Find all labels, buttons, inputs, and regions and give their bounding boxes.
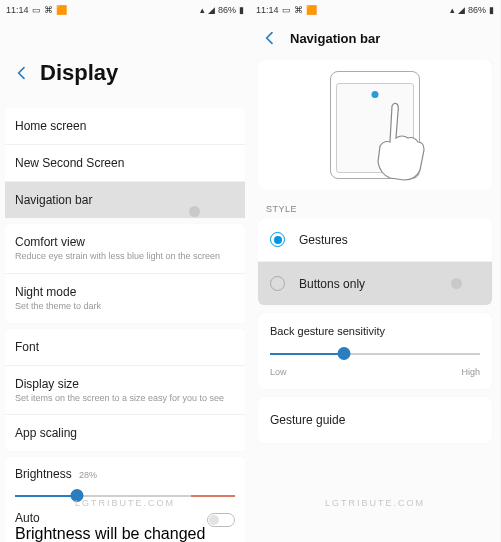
clock: 11:14 [6, 5, 29, 15]
voicemail-icon: ⌘ [294, 5, 303, 15]
item-night-mode[interactable]: Night mode Set the theme to dark [5, 273, 245, 323]
auto-brightness-sub: Brightness will be changed automatically… [15, 525, 207, 542]
brightness-slider[interactable] [15, 489, 235, 503]
radio-icon [270, 276, 285, 291]
brightness-percent: 28% [79, 470, 97, 480]
sensitivity-high: High [461, 367, 480, 377]
auto-brightness-toggle[interactable] [207, 513, 235, 527]
page-title: Display [40, 60, 118, 86]
brightness-card: Brightness 28% Auto Brightness will be c… [5, 457, 245, 542]
style-options: Gestures Buttons only [258, 218, 492, 305]
auto-brightness-label: Auto [15, 511, 207, 525]
item-navigation-bar[interactable]: Navigation bar [5, 181, 245, 218]
toggle-indicator [451, 278, 462, 289]
item-gesture-guide[interactable]: Gesture guide [258, 397, 492, 443]
notif-icon: ▭ [32, 5, 41, 15]
notif-icon: ▭ [282, 5, 291, 15]
sensitivity-low: Low [270, 367, 287, 377]
back-icon[interactable] [262, 30, 278, 46]
hand-icon [362, 98, 432, 183]
status-bar: 11:14 ▭ ⌘ 🟧 ▴ ◢ 86% ▮ [250, 0, 500, 20]
page-title: Navigation bar [290, 31, 380, 46]
group-comfort: Comfort view Reduce eye strain with less… [5, 224, 245, 323]
status-bar: 11:14 ▭ ⌘ 🟧 ▴ ◢ 86% ▮ [0, 0, 250, 20]
watermark: LGTRIBUTE.COM [250, 498, 500, 508]
signal-icon: ◢ [458, 5, 465, 15]
battery-icon: ▮ [489, 5, 494, 15]
battery-icon: ▮ [239, 5, 244, 15]
item-font[interactable]: Font [5, 329, 245, 365]
wifi-icon: ▴ [200, 5, 205, 15]
clock: 11:14 [256, 5, 279, 15]
item-second-screen[interactable]: New Second Screen [5, 144, 245, 181]
gesture-preview [258, 60, 492, 190]
sensitivity-card: Back gesture sensitivity Low High [258, 313, 492, 389]
touch-dot-icon [372, 91, 379, 98]
group-font: Font Display size Set items on the scree… [5, 329, 245, 452]
battery-percent: 86% [468, 5, 486, 15]
header: Display [0, 20, 250, 108]
item-comfort-view[interactable]: Comfort view Reduce eye strain with less… [5, 224, 245, 273]
item-home-screen[interactable]: Home screen [5, 108, 245, 144]
group-home: Home screen New Second Screen Navigation… [5, 108, 245, 218]
header: Navigation bar [250, 20, 500, 54]
item-app-scaling[interactable]: App scaling [5, 414, 245, 451]
voicemail-icon: ⌘ [44, 5, 53, 15]
app-icon: 🟧 [306, 5, 317, 15]
radio-icon [270, 232, 285, 247]
battery-percent: 86% [218, 5, 236, 15]
display-settings-screen: 11:14 ▭ ⌘ 🟧 ▴ ◢ 86% ▮ Display Home scree… [0, 0, 250, 542]
sensitivity-slider[interactable] [270, 347, 480, 361]
back-icon[interactable] [14, 65, 30, 81]
sensitivity-title: Back gesture sensitivity [270, 325, 480, 337]
brightness-label: Brightness [15, 467, 72, 481]
option-buttons-only[interactable]: Buttons only [258, 261, 492, 305]
navigation-bar-screen: 11:14 ▭ ⌘ 🟧 ▴ ◢ 86% ▮ Navigation bar STY… [250, 0, 500, 542]
app-icon: 🟧 [56, 5, 67, 15]
item-display-size[interactable]: Display size Set items on the screen to … [5, 365, 245, 415]
option-gestures[interactable]: Gestures [258, 218, 492, 261]
wifi-icon: ▴ [450, 5, 455, 15]
signal-icon: ◢ [208, 5, 215, 15]
style-section-label: STYLE [250, 196, 500, 218]
